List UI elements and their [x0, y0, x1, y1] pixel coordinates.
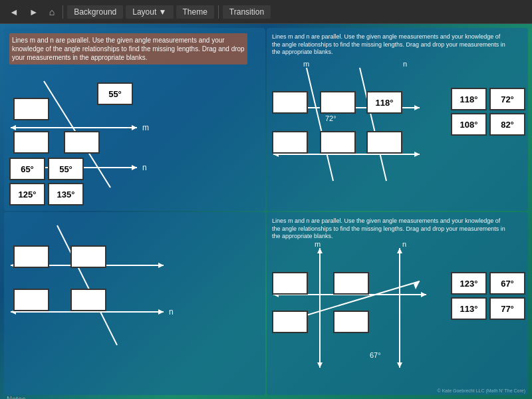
q4-bank-113[interactable]: 113° — [451, 297, 487, 320]
q1-box-3[interactable] — [64, 131, 100, 154]
q1-bank-65[interactable]: 65° — [9, 158, 45, 180]
svg-marker-11 — [414, 105, 420, 110]
svg-text:n: n — [403, 61, 407, 68]
q4-instructions: Lines m and n are parallel. Use the give… — [272, 217, 510, 241]
q4-answer-bank: 123° 67° 113° 77° — [451, 272, 525, 320]
q4-box-4[interactable] — [333, 311, 369, 333]
svg-text:m: m — [142, 123, 149, 132]
notes-tab-label: Notes — [7, 395, 26, 399]
q2-box-4[interactable] — [320, 131, 356, 154]
separator2 — [218, 5, 219, 19]
svg-marker-22 — [158, 263, 164, 268]
q3-box-4[interactable] — [70, 289, 106, 311]
q3-box-2[interactable] — [70, 245, 106, 268]
q2-box-5[interactable] — [366, 131, 402, 154]
q4-bank-77[interactable]: 77° — [489, 297, 525, 320]
svg-marker-4 — [132, 165, 137, 170]
svg-marker-36 — [421, 292, 426, 297]
theme-button[interactable]: Theme — [176, 5, 214, 19]
q4-box-2[interactable] — [333, 272, 369, 295]
q4-box-3[interactable] — [272, 311, 308, 333]
separator — [63, 5, 63, 19]
q3-diagram: n — [4, 212, 177, 358]
q1-instructions: Lines m and n are parallel. Use the give… — [9, 33, 247, 65]
svg-marker-33 — [397, 248, 402, 253]
svg-text:m: m — [303, 61, 309, 68]
q1-answer-bank: 65° 55° 125° 135° — [9, 158, 84, 205]
svg-line-17 — [360, 68, 386, 181]
svg-marker-30 — [317, 248, 323, 253]
svg-marker-14 — [414, 152, 420, 157]
q4-box-1[interactable] — [272, 272, 308, 295]
q4-bank-67[interactable]: 67° — [489, 272, 525, 295]
q2-given-118: 118° — [366, 91, 402, 114]
q2-bank-118[interactable]: 118° — [451, 88, 487, 110]
background-button[interactable]: Background — [67, 5, 123, 19]
q2-bank-72[interactable]: 72° — [489, 88, 525, 110]
forward-icon[interactable]: ► — [25, 5, 43, 19]
q1-box-2[interactable] — [13, 131, 49, 154]
quadrant-3: n — [4, 212, 265, 395]
home-icon[interactable]: ⌂ — [45, 5, 59, 19]
svg-text:72°: 72° — [325, 114, 336, 122]
q3-box-1[interactable] — [13, 245, 49, 268]
topbar: ◄ ► ⌂ Background Layout ▼ Theme Transiti… — [0, 0, 532, 24]
main-content: Lines m and n are parallel. Use the give… — [0, 24, 532, 399]
svg-line-27 — [57, 225, 117, 345]
q4-bank-123[interactable]: 123° — [451, 272, 487, 295]
svg-text:n: n — [402, 241, 406, 248]
svg-text:n: n — [169, 307, 174, 317]
quadrant-4: Lines m and n are parallel. Use the give… — [267, 212, 528, 395]
q1-bank-55[interactable]: 55° — [48, 158, 84, 180]
q3-box-3[interactable] — [13, 289, 49, 311]
svg-text:m: m — [315, 241, 321, 248]
transition-button[interactable]: Transition — [223, 5, 271, 19]
q1-bank-125[interactable]: 125° — [9, 183, 45, 205]
svg-marker-34 — [397, 362, 402, 368]
svg-text:67°: 67° — [370, 351, 381, 359]
q2-instructions: Lines m and n are parallel. Use the give… — [272, 33, 510, 57]
svg-marker-25 — [158, 309, 164, 315]
q2-bank-108[interactable]: 108° — [451, 113, 487, 136]
svg-line-16 — [307, 68, 333, 181]
layout-button[interactable]: Layout ▼ — [126, 5, 173, 19]
quadrant-2: Lines m and n are parallel. Use the give… — [267, 28, 528, 211]
svg-text:n: n — [142, 163, 147, 172]
q1-given-55: 55° — [97, 82, 133, 105]
q2-bank-82[interactable]: 82° — [489, 113, 525, 136]
q1-box-1[interactable] — [13, 98, 49, 120]
q1-bank-135[interactable]: 135° — [48, 183, 84, 205]
q2-diagram: m n 72° — [267, 61, 473, 194]
copyright-text: © Kate Goebrecht LLC (Math N' The Core) — [438, 388, 525, 393]
back-icon[interactable]: ◄ — [5, 5, 23, 19]
quadrant-1: Lines m and n are parallel. Use the give… — [4, 28, 265, 211]
svg-marker-1 — [132, 125, 137, 130]
q2-box-3[interactable] — [272, 131, 308, 154]
q2-box-2[interactable] — [320, 91, 356, 114]
q2-box-1[interactable] — [272, 91, 308, 114]
svg-marker-2 — [11, 125, 16, 130]
q2-answer-bank: 118° 72° 108° 82° — [451, 88, 525, 136]
svg-marker-31 — [317, 362, 323, 368]
